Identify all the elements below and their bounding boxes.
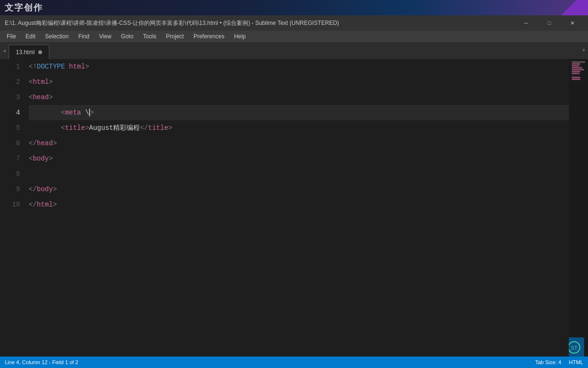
title-bar-title: E:\1. August梅彩编程\课程\讲师-陈凌煌\录播-CSS-让你的网页丰… [5,19,339,27]
top-decoration-corner [550,0,588,15]
code-span: < [29,90,33,105]
code-line-6: </head> [29,136,569,151]
code-span: > [90,105,94,120]
status-bar-left: Line 4, Column 12 - Field 1 of 2 [5,359,78,365]
close-button[interactable]: ✕ [561,15,583,31]
line-num-7: 7 [0,151,20,166]
code-line-10: </html> [29,197,569,212]
minimap-line [572,69,584,70]
minimap: ST [569,59,588,368]
menu-item-goto[interactable]: Goto [116,31,138,42]
line-num-10: 10 [0,197,20,212]
code-line-9: </body> [29,182,569,197]
code-span [29,120,61,136]
maximize-button[interactable]: □ [538,15,560,31]
code-span: html [69,59,85,74]
minimap-line [572,77,580,78]
code-span: </ [29,197,37,212]
line-num-6: 6 [0,136,20,151]
top-decoration-text: 文字创作 [5,2,43,13]
code-span: <! [29,59,37,74]
tab-nav-left[interactable]: ◀ [0,42,9,59]
minimap-line [572,63,580,65]
code-span: < [61,120,65,136]
line-numbers: 1 2 3 4 5 6 7 8 9 10 [0,59,24,368]
line-num-5: 5 [0,120,20,136]
code-span: html [37,197,53,212]
code-span: DOCTYPE [37,59,65,74]
branding-badge: ST [569,337,584,357]
svg-text:ST: ST [571,345,577,351]
minimap-line [572,61,585,63]
menu-item-find[interactable]: Find [73,31,94,42]
code-span: > [53,182,57,197]
menu-item-tools[interactable]: Tools [138,31,161,42]
code-span: > [85,59,89,74]
code-line-4: <meta \> [29,105,569,120]
status-tab-size: Tab Size: 4 [535,359,561,365]
code-span: </ [140,120,148,136]
tab-modified-dot [38,50,42,54]
code-span: < [29,74,33,90]
menu-item-edit[interactable]: Edit [21,31,40,42]
minimap-content [572,61,586,80]
code-span: August精彩编程 [89,120,140,136]
code-span: body [37,182,53,197]
code-span: > [85,120,89,136]
code-area[interactable]: <!DOCTYPE html> <html> <head> <meta \> <… [24,59,569,368]
code-span [29,166,33,182]
status-bar-right: Tab Size: 4 HTML [535,359,583,365]
title-bar-left: E:\1. August梅彩编程\课程\讲师-陈凌煌\录播-CSS-让你的网页丰… [5,19,339,27]
line-num-9: 9 [0,182,20,197]
line-num-4: 4 [0,105,20,120]
code-span: title [148,120,168,136]
code-span: > [168,120,172,136]
code-span: </ [29,136,37,151]
title-bar-controls: ─ □ ✕ [515,15,583,31]
menu-item-project[interactable]: Project [161,31,189,42]
tab-nav-right[interactable]: ▼ [579,42,588,59]
status-bar: Line 4, Column 12 - Field 1 of 2 Tab Siz… [0,356,588,368]
code-span: > [53,136,57,151]
editor-area: 1 2 3 4 5 6 7 8 9 10 <!DOCTYPE html> <ht… [0,59,588,368]
code-span: html [33,74,49,90]
line-num-3: 3 [0,90,20,105]
line-num-2: 2 [0,74,20,90]
code-span: body [33,151,49,166]
title-bar: E:\1. August梅彩编程\课程\讲师-陈凌煌\录播-CSS-让你的网页丰… [0,15,588,31]
tab-bar-wrapper: ◀ 13.html ▼ [0,42,588,59]
status-language: HTML [569,359,583,365]
minimap-line [572,67,582,69]
code-span: < [61,105,65,120]
menu-item-selection[interactable]: Selection [40,31,73,42]
code-span [81,105,85,120]
minimize-button[interactable]: ─ [515,15,537,31]
minimap-line [572,79,580,80]
code-span [65,59,69,74]
menu-item-help[interactable]: Help [229,31,251,42]
menu-item-file[interactable]: File [2,31,21,42]
menu-item-preferences[interactable]: Preferences [189,31,229,42]
top-decoration-bar: 文字创作 [0,0,588,15]
code-line-1: <!DOCTYPE html> [29,59,569,74]
minimap-line [572,73,579,74]
tab-label: 13.html [16,49,34,56]
menu-bar: FileEditSelectionFindViewGotoToolsProjec… [0,31,588,42]
tab-13html[interactable]: 13.html [9,45,49,59]
code-span: meta [65,105,81,120]
code-span: > [53,197,57,212]
minimap-line [572,65,579,67]
code-line-7: <body> [29,151,569,166]
code-span: \ [85,105,89,120]
line-num-8: 8 [0,166,20,182]
code-span: head [33,90,49,105]
line-num-1: 1 [0,59,20,74]
code-line-2: <html> [29,74,569,90]
code-span: > [49,151,53,166]
code-line-3: <head> [29,90,569,105]
minimap-line [572,71,580,72]
code-span: head [37,136,53,151]
menu-item-view[interactable]: View [94,31,116,42]
code-line-8 [29,166,569,182]
code-span: title [65,120,85,136]
